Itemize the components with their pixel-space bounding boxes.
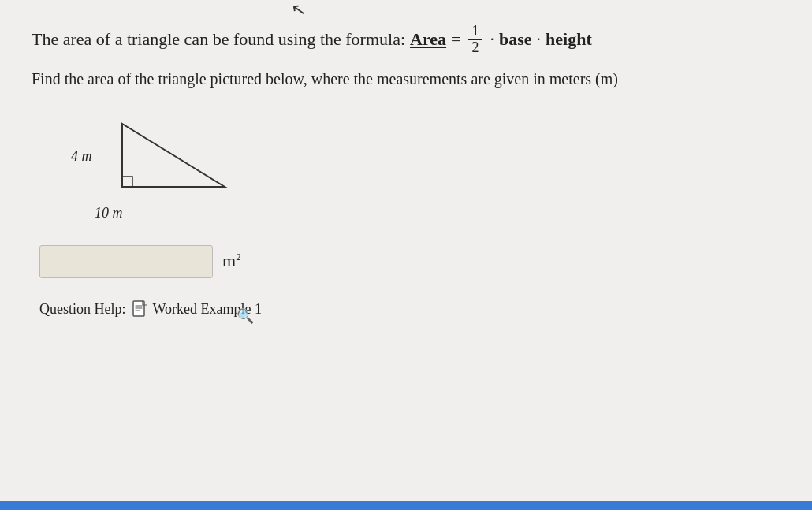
question-help-row: Question Help: Worked Example 1 <box>39 300 780 319</box>
height-label: 4 m <box>71 148 92 165</box>
answer-row: m2 <box>39 245 780 278</box>
main-container: ↖ The area of a triangle can be found us… <box>0 0 812 510</box>
fraction: 1 2 <box>468 24 482 56</box>
unit-label: m2 <box>222 251 241 271</box>
unit-exponent: 2 <box>236 251 241 262</box>
triangle-svg <box>99 120 233 202</box>
search-icon: 🔍 <box>237 307 254 325</box>
fraction-denominator: 2 <box>468 40 482 56</box>
fraction-numerator: 1 <box>468 24 482 40</box>
svg-marker-0 <box>122 124 225 187</box>
unit-base: m <box>222 251 236 271</box>
formula-line: The area of a triangle can be found usin… <box>32 24 780 56</box>
dot2: · <box>537 29 542 50</box>
height-word: height <box>546 29 592 50</box>
formula-prefix: The area of a triangle can be found usin… <box>32 29 405 50</box>
triangle-wrapper: 4 m <box>71 120 233 202</box>
bottom-bar <box>0 501 812 510</box>
area-keyword: Area <box>410 29 446 50</box>
equals-sign: = <box>451 29 460 50</box>
triangle-area: 4 m 10 m <box>71 120 780 221</box>
description-line: Find the area of the triangle pictured b… <box>32 70 780 88</box>
cursor-arrow: ↖ <box>290 0 307 21</box>
dot1: · <box>490 29 494 50</box>
base-word: base <box>499 29 532 50</box>
answer-input[interactable] <box>39 245 213 278</box>
question-help-label: Question Help: <box>39 301 126 318</box>
base-label: 10 m <box>95 205 123 221</box>
document-icon <box>132 300 148 319</box>
